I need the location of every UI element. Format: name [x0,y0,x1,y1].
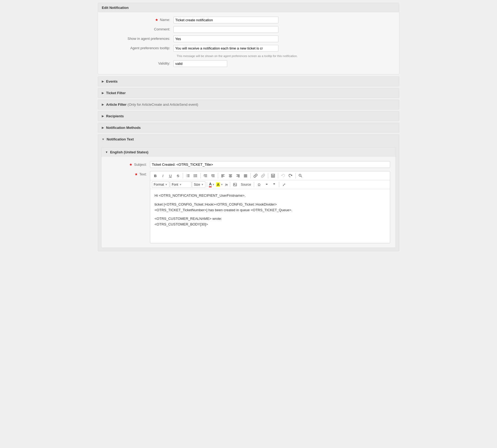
align-left-icon [221,174,225,178]
font-dropdown[interactable]: Font ▼ [170,181,191,188]
format-clear-x: x [226,183,228,186]
notification-text-header[interactable]: ▼ Notification Text [98,135,399,144]
unlink-button[interactable] [260,172,267,179]
image-icon [233,183,237,186]
lang-body: ★ Subject: ★ Text: [102,157,396,248]
indent-increase-icon [211,174,215,178]
font-color-arrow: ▼ [212,183,215,186]
blockquote-open-button[interactable]: ❝ [263,181,270,188]
ordered-list-icon: 1 2 3 [186,174,190,178]
undo-button[interactable] [279,172,286,179]
table-icon [271,174,275,178]
align-right-button[interactable] [234,172,242,179]
svg-point-8 [194,177,195,177]
bold-button[interactable]: B [152,172,159,179]
indent-decrease-button[interactable] [202,172,209,179]
italic-button[interactable]: I [159,172,166,179]
events-arrow: ▶ [102,80,104,83]
show-agent-label: Show in agent preferences: [103,36,173,41]
events-section: ▶ Events [98,76,399,86]
align-center-icon [229,174,232,178]
ticket-filter-arrow: ▶ [102,91,104,94]
source-button[interactable]: Source [239,181,253,188]
events-label: Events [106,79,118,83]
sep2 [200,173,201,178]
underline-button[interactable]: U [167,172,174,179]
sep11 [279,182,279,187]
show-agent-input[interactable] [173,36,278,42]
font-label: Font [172,183,178,186]
agent-tooltip-input[interactable] [173,45,278,52]
notification-text-arrow: ▼ [102,138,104,141]
article-filter-header[interactable]: ▶ Article Filter (Only for ArticleCreate… [98,100,399,109]
redo-icon [289,174,292,178]
highlight-color-arrow: ▼ [220,183,223,186]
highlight-color-button[interactable]: A ▼ [216,181,223,188]
edit-notification-content: ★ Name: Comment: Show in agent preferenc… [98,12,399,74]
source-label: Source [241,183,251,186]
strikethrough-button[interactable]: S [174,172,181,179]
editor-line2-3: ticket [<OTRS_CONFIG_Ticket::Hook><OTRS_… [155,202,386,213]
recipients-header[interactable]: ▶ Recipients [98,111,399,121]
page-wrapper: Edit Notification ★ Name: Comment: Show … [95,0,402,256]
toolbar-row2: Format ▼ Font ▼ Size ▼ [150,180,390,189]
image-button[interactable] [232,181,239,188]
ordered-list-button[interactable]: 1 2 3 [184,172,191,179]
align-center-button[interactable] [227,172,234,179]
edit-notification-header: Edit Notification [98,3,399,12]
recipients-arrow: ▶ [102,115,104,118]
format-clear-button[interactable]: Ix [224,181,229,188]
indent-increase-button[interactable] [209,172,216,179]
article-filter-sub: (Only for ArticleCreate and ArticleSend … [128,103,198,107]
blockquote-close-button[interactable]: ❞ [271,181,278,188]
name-required: ★ [155,18,158,22]
align-justify-button[interactable] [242,172,249,179]
format-label: Format [154,183,164,186]
special-char-button[interactable]: Ω [256,181,262,188]
unordered-list-button[interactable] [192,172,199,179]
sep10 [254,182,254,187]
editor-content[interactable]: Hi <OTRS_NOTIFICATION_RECIPIENT_UserFirs… [150,189,390,243]
align-left-button[interactable] [219,172,226,179]
ticket-filter-header[interactable]: ▶ Ticket Filter [98,88,399,98]
edit-notification-title: Edit Notification [102,6,129,10]
article-filter-section: ▶ Article Filter (Only for ArticleCreate… [98,100,399,110]
agent-tooltip-label: Agent preferences tooltip: [103,45,173,50]
notification-methods-arrow: ▶ [102,126,104,129]
table-button[interactable] [270,172,276,179]
validity-input[interactable] [173,60,227,67]
redo-button[interactable] [287,172,294,179]
toolbar-row1: B I U S 1 [150,171,390,180]
search-icon [299,174,302,178]
svg-rect-41 [233,183,237,186]
subject-input[interactable] [150,161,390,168]
sep6 [278,173,278,178]
ticket-filter-section: ▶ Ticket Filter [98,88,399,98]
notification-text-label: Notification Text [107,137,134,141]
size-label: Size [194,183,200,186]
edit-notification-section: Edit Notification ★ Name: Comment: Show … [98,3,399,74]
agent-tooltip-row: Agent preferences tooltip: [103,45,394,52]
link-button[interactable] [252,172,259,179]
notification-methods-label: Notification Methods [106,126,141,130]
lang-header[interactable]: ▼ English (United States) [102,147,396,157]
editor-wrapper: B I U S 1 [150,171,390,243]
search-button[interactable] [297,172,304,179]
expand-button[interactable]: ⤢ [281,181,288,188]
font-color-button[interactable]: A ▼ [208,181,215,188]
format-dropdown[interactable]: Format ▼ [152,181,169,188]
comment-input[interactable] [173,26,278,33]
unlink-icon [261,174,265,178]
notification-methods-header[interactable]: ▶ Notification Methods [98,123,399,132]
recipients-label: Recipients [106,114,124,118]
subject-label: ★ Subject: [107,163,150,167]
align-justify-icon [244,174,247,178]
name-input[interactable] [173,17,278,23]
comment-label: Comment: [103,26,173,31]
events-header[interactable]: ▶ Events [98,77,399,86]
editor-line4-5: <OTRS_CUSTOMER_REALNAME> wrote:<OTRS_CUS… [155,216,386,227]
size-arrow: ▼ [201,183,204,186]
sep3 [218,173,218,178]
size-dropdown[interactable]: Size ▼ [192,181,205,188]
notification-text-body: ▼ English (United States) ★ Subject: [98,144,399,251]
